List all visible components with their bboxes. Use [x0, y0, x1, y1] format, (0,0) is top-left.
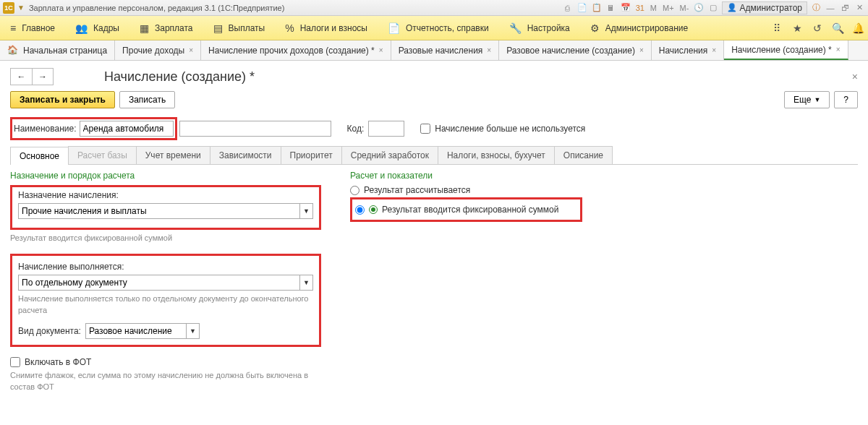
- tab-desc[interactable]: Описание: [554, 146, 613, 164]
- close-icon[interactable]: ×: [639, 46, 644, 54]
- close-icon[interactable]: ×: [712, 46, 716, 54]
- radio-calculated[interactable]: Результат рассчитывается: [350, 185, 661, 195]
- code-input[interactable]: [368, 121, 404, 137]
- minimize-icon[interactable]: —: [825, 2, 836, 14]
- wrench-icon: 🔧: [509, 22, 522, 34]
- nav-admin[interactable]: ⚙Администрирование: [580, 16, 698, 40]
- chevron-down-icon[interactable]: ▼: [187, 323, 200, 339]
- doc-label: Вид документа:: [18, 326, 81, 336]
- tab-avg[interactable]: Средний заработок: [341, 146, 438, 164]
- tab-onetime[interactable]: Разовые начисления×: [391, 40, 500, 60]
- close-icon[interactable]: ×: [379, 46, 383, 54]
- disabled-checkbox[interactable]: [420, 124, 430, 134]
- bell-icon[interactable]: 🔔: [848, 16, 868, 40]
- radio-input[interactable]: [350, 186, 359, 195]
- tab-main[interactable]: Основное: [10, 147, 69, 165]
- tab-income[interactable]: Прочие доходы×: [115, 40, 201, 60]
- clock-icon[interactable]: 🕓: [693, 2, 705, 14]
- doc-select[interactable]: ▼: [85, 323, 200, 339]
- fot-checkbox-row[interactable]: Включать в ФОТ: [10, 357, 321, 367]
- tab-time[interactable]: Учет времени: [136, 146, 210, 164]
- close-icon[interactable]: ×: [487, 46, 491, 54]
- radio-input[interactable]: [355, 205, 365, 215]
- name-input-ext[interactable]: [179, 121, 331, 137]
- people-icon: 👥: [75, 22, 88, 34]
- panel-icon[interactable]: ▢: [707, 2, 719, 14]
- calc-icon[interactable]: 🖩: [605, 2, 617, 14]
- name-label: Наименование:: [14, 124, 77, 134]
- info-icon[interactable]: ⓘ: [810, 2, 822, 14]
- tab-tax[interactable]: Налоги, взносы, бухучет: [438, 146, 555, 164]
- tab-label: Начисление прочих доходов (создание) *: [208, 46, 375, 56]
- calendar-icon[interactable]: 📅: [620, 2, 631, 14]
- toolbar: Записать и закрыть Записать Еще▼ ?: [10, 91, 858, 108]
- m-icon[interactable]: M: [649, 4, 658, 12]
- history-icon[interactable]: ↺: [807, 16, 827, 40]
- grid-icon[interactable]: ⠿: [767, 16, 787, 40]
- section-purpose: Назначение и порядок расчета: [10, 171, 321, 181]
- dest-hint: Результат вводится фиксированной суммой: [10, 233, 321, 244]
- tab-base[interactable]: Расчет базы: [68, 146, 137, 164]
- app-logo-icon: 1C: [3, 2, 14, 14]
- tab-income-create[interactable]: Начисление прочих доходов (создание) *×: [201, 40, 391, 60]
- tab-label: Начисление (создание) *: [731, 45, 832, 55]
- name-input[interactable]: [80, 121, 174, 137]
- percent-icon: %: [285, 22, 294, 34]
- maximize-icon[interactable]: 🗗: [839, 2, 851, 14]
- nav-label: Выплаты: [229, 23, 265, 33]
- nav-settings[interactable]: 🔧Настройка: [499, 16, 580, 40]
- tab-priority[interactable]: Приоритет: [281, 146, 342, 164]
- help-button[interactable]: ?: [834, 91, 858, 108]
- save-button[interactable]: Записать: [119, 91, 175, 108]
- print-icon[interactable]: ⎙: [562, 2, 574, 14]
- doc-icon[interactable]: 📄: [576, 2, 588, 14]
- menu-icon: ≡: [10, 22, 16, 34]
- highlight-box: Назначение начисления: ▼: [10, 185, 321, 230]
- nav-staff[interactable]: 👥Кадры: [65, 16, 129, 40]
- nav-taxes[interactable]: %Налоги и взносы: [275, 16, 378, 40]
- radio-fixed[interactable]: Результат вводится фиксированной суммой: [355, 205, 558, 215]
- left-column: Назначение и порядок расчета Назначение …: [10, 171, 321, 403]
- user-badge[interactable]: 👤 Администратор: [722, 1, 807, 14]
- date-icon[interactable]: 31: [634, 2, 646, 14]
- exec-input[interactable]: [18, 275, 300, 291]
- star-icon[interactable]: ★: [787, 16, 807, 40]
- home-icon: 🏠: [7, 45, 19, 56]
- tab-label: Прочие доходы: [122, 46, 184, 56]
- tab-accruals[interactable]: Начисления×: [652, 40, 724, 60]
- save-close-button[interactable]: Записать и закрыть: [10, 91, 115, 108]
- dest-select[interactable]: ▼: [18, 203, 313, 219]
- tab-deps[interactable]: Зависимости: [210, 146, 281, 164]
- inner-tabs: Основное Расчет базы Учет времени Зависи…: [10, 146, 858, 165]
- close-window-icon[interactable]: ✕: [854, 2, 865, 14]
- more-label: Еще: [793, 95, 811, 105]
- forward-button[interactable]: →: [32, 68, 54, 85]
- page-close-icon[interactable]: ×: [852, 71, 858, 82]
- copy-icon[interactable]: 📋: [591, 2, 603, 14]
- exec-select[interactable]: ▼: [18, 275, 313, 291]
- dest-input[interactable]: [18, 203, 300, 219]
- report-icon: 📄: [388, 22, 400, 34]
- chevron-down-icon[interactable]: ▼: [300, 203, 313, 219]
- tab-home[interactable]: 🏠Начальная страница: [0, 40, 115, 60]
- close-icon[interactable]: ×: [189, 46, 193, 54]
- nav-payments[interactable]: ▤Выплаты: [203, 16, 276, 40]
- nav-salary[interactable]: ▦Зарплата: [129, 16, 203, 40]
- nav-main[interactable]: ≡Главное: [0, 16, 65, 40]
- fot-checkbox[interactable]: [10, 357, 20, 367]
- tab-onetime-create[interactable]: Разовое начисление (создание)×: [499, 40, 652, 60]
- m-minus-icon[interactable]: M-: [678, 4, 691, 12]
- chevron-down-icon[interactable]: ▼: [300, 275, 313, 291]
- close-icon[interactable]: ×: [836, 46, 841, 53]
- back-button[interactable]: ←: [10, 68, 32, 85]
- nav-label: Настройка: [527, 23, 570, 33]
- radio-label: Результат вводится фиксированной суммой: [382, 205, 558, 215]
- more-button[interactable]: Еще▼: [784, 91, 830, 108]
- doc-input[interactable]: [85, 323, 187, 339]
- app-dropdown-icon[interactable]: ▼: [17, 4, 25, 12]
- search-icon[interactable]: 🔍: [827, 16, 848, 40]
- tab-accrual-create[interactable]: Начисление (создание) *×: [724, 40, 848, 60]
- nav-reports[interactable]: 📄Отчетность, справки: [378, 16, 499, 40]
- app-title: Зарплата и управление персоналом, редакц…: [29, 4, 562, 12]
- m-plus-icon[interactable]: M+: [661, 4, 676, 12]
